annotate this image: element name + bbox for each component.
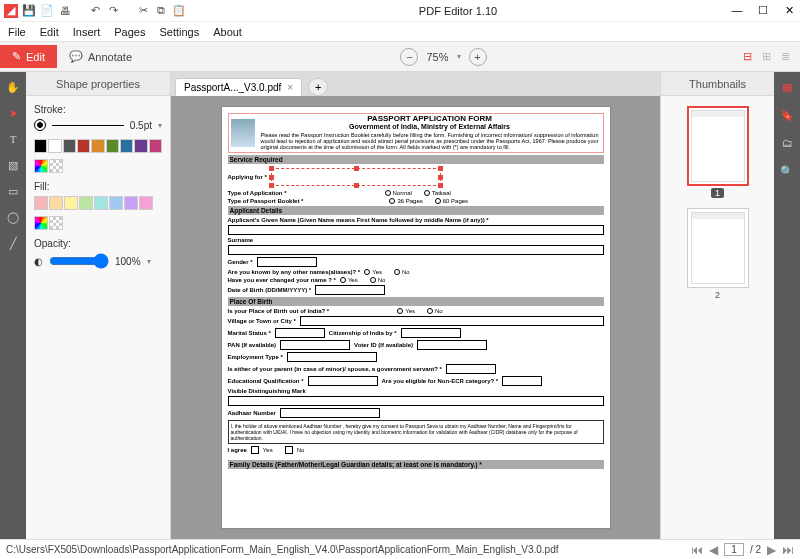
print-icon[interactable]: 🖶 [58,4,72,18]
annotate-mode-button[interactable]: 💬 Annotate [57,45,144,68]
copy-icon[interactable]: ⧉ [154,4,168,18]
cut-icon[interactable]: ✂ [136,4,150,18]
minimize-button[interactable]: — [730,4,744,17]
selection-box[interactable] [271,168,441,186]
maximize-button[interactable]: ☐ [756,4,770,17]
view-single-icon[interactable]: ⊟ [743,50,752,63]
swatch[interactable] [77,139,90,153]
ellipse-tool-icon[interactable]: ◯ [4,208,22,226]
no-color-icon[interactable] [49,159,63,173]
canvas[interactable]: PASSPORT APPLICATION FORM Government of … [171,96,660,539]
rect-tool-icon[interactable]: ▭ [4,182,22,200]
pob-yes[interactable]: Yes [397,308,415,314]
pob-no[interactable]: No [427,308,443,314]
swatch[interactable] [63,139,76,153]
open-icon[interactable]: 📄 [40,4,54,18]
menu-insert[interactable]: Insert [73,26,101,38]
swatch[interactable] [109,196,123,210]
swatch[interactable] [149,139,162,153]
zoom-value[interactable]: 75% [426,51,448,63]
surname-input[interactable] [228,245,604,255]
given-name-input[interactable] [228,225,604,235]
gender-input[interactable] [257,257,317,267]
close-button[interactable]: ✕ [782,4,796,17]
aliases-no[interactable]: No [394,269,410,275]
changed-no[interactable]: No [370,277,386,283]
document-tab[interactable]: PassportA..._V3.0.pdf × [175,78,302,96]
swatch[interactable] [79,196,93,210]
opacity-slider[interactable] [49,253,109,269]
swatch[interactable] [134,139,147,153]
edit-mode-button[interactable]: ✎ Edit [0,45,57,68]
view-grid-icon[interactable]: ⊞ [762,50,771,63]
paste-icon[interactable]: 📋 [172,4,186,18]
thumbnail-page-2[interactable] [687,208,749,288]
menu-file[interactable]: File [8,26,26,38]
redo-icon[interactable]: ↷ [106,4,120,18]
layers-icon[interactable]: 🗂 [778,134,796,152]
close-tab-icon[interactable]: × [287,82,293,93]
swatch[interactable] [49,196,63,210]
undo-icon[interactable]: ↶ [88,4,102,18]
changed-yes[interactable]: Yes [340,277,358,283]
swatch[interactable] [48,139,61,153]
line-tool-icon[interactable]: ╱ [4,234,22,252]
swatch[interactable] [139,196,153,210]
employment-input[interactable] [287,352,377,362]
view-continuous-icon[interactable]: ≣ [781,50,790,63]
aliases-yes[interactable]: Yes [364,269,382,275]
dist-mark-input[interactable] [228,396,604,406]
swatch[interactable] [34,196,48,210]
citizenship-input[interactable] [401,328,461,338]
select-tool-icon[interactable]: ➤ [4,104,22,122]
dob-input[interactable] [315,285,385,295]
radio-60p[interactable]: 60 Pages [435,198,468,204]
thumbnail-page-1[interactable] [687,106,749,186]
color-picker-icon[interactable] [34,159,48,173]
add-tab-button[interactable]: + [308,78,328,96]
pan-input[interactable] [280,340,350,350]
zoom-in-button[interactable]: + [469,48,487,66]
stroke-color-icon[interactable] [34,119,46,131]
thumbnails-icon[interactable]: ▦ [778,78,796,96]
menu-about[interactable]: About [213,26,242,38]
marital-input[interactable] [275,328,325,338]
swatch[interactable] [120,139,133,153]
zoom-out-button[interactable]: − [400,48,418,66]
no-color-icon[interactable] [49,216,63,230]
swatch[interactable] [94,196,108,210]
bookmarks-icon[interactable]: 🔖 [778,106,796,124]
swatch[interactable] [106,139,119,153]
swatch[interactable] [34,139,47,153]
page-number-input[interactable]: 1 [724,543,744,556]
parent-gov-input[interactable] [446,364,496,374]
hand-tool-icon[interactable]: ✋ [4,78,22,96]
swatch[interactable] [91,139,104,153]
search-icon[interactable]: 🔍 [778,162,796,180]
next-page-button[interactable]: ▶ [767,543,776,557]
non-ecr-input[interactable] [502,376,542,386]
save-icon[interactable]: 💾 [22,4,36,18]
edu-input[interactable] [308,376,378,386]
first-page-button[interactable]: ⏮ [691,543,703,557]
text-tool-icon[interactable]: T [4,130,22,148]
menu-settings[interactable]: Settings [159,26,199,38]
radio-tatkaal[interactable]: Tatkaal [424,190,451,196]
agree-no-checkbox[interactable] [285,446,293,454]
village-input[interactable] [300,316,604,326]
swatch[interactable] [124,196,138,210]
image-tool-icon[interactable]: ▧ [4,156,22,174]
radio-normal[interactable]: Normal [385,190,412,196]
stroke-width-value[interactable]: 0.5pt [130,120,152,131]
color-picker-icon[interactable] [34,216,48,230]
radio-36p[interactable]: 36 Pages [389,198,422,204]
fill-label: Fill: [34,181,162,192]
last-page-button[interactable]: ⏭ [782,543,794,557]
agree-yes-checkbox[interactable] [251,446,259,454]
aadhaar-input[interactable] [280,408,380,418]
menu-edit[interactable]: Edit [40,26,59,38]
voter-input[interactable] [417,340,487,350]
menu-pages[interactable]: Pages [114,26,145,38]
swatch[interactable] [64,196,78,210]
prev-page-button[interactable]: ◀ [709,543,718,557]
